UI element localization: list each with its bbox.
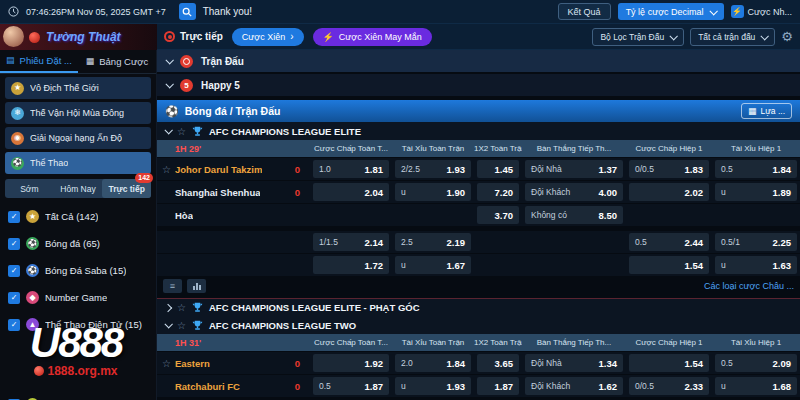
odds-button[interactable]: 0.52.44 [629, 233, 709, 251]
tab-bang-cuoc[interactable]: ▦ Bảng Cược [78, 50, 156, 73]
accordion-tran-dau[interactable]: Trận Đấu [157, 50, 800, 72]
stats-button[interactable] [187, 279, 206, 293]
odds-value: 2.33 [685, 381, 704, 392]
commentary-banner[interactable]: Tường Thuật [0, 24, 157, 50]
tab-phieu-dat[interactable]: ▤ Phiếu Đặt ... [0, 50, 78, 73]
odds-column-header: Cược Chấp Toàn T... [310, 144, 392, 153]
odds-button[interactable]: Đội Khách4.00 [525, 183, 623, 201]
quick-bet-toggle[interactable]: ⚡ Cược Nh... [731, 5, 792, 18]
odds-button[interactable]: Đội Nhà1.34 [525, 354, 623, 372]
odds-button[interactable]: Đội Khách1.62 [525, 377, 623, 395]
odds-value: 2.14 [365, 237, 384, 248]
league-header[interactable]: ☆ AFC CHAMPIONS LEAGUE TWO [157, 316, 800, 334]
parlay-button[interactable]: Cược Xiên › [232, 28, 304, 46]
odds-button[interactable]: Đội Nhà1.37 [525, 160, 623, 178]
odds-value: 1.81 [365, 164, 384, 175]
odds-button[interactable]: 2.04 [313, 183, 389, 201]
odds-button[interactable]: u1.89 [715, 183, 797, 201]
team-name: Hòa [175, 210, 193, 221]
odds-button[interactable]: u1.63 [715, 256, 797, 274]
sidebar-item-label: Thế Vận Hội Mùa Đông [30, 108, 124, 118]
lucky-parlay-button[interactable]: ⚡ Cược Xiên May Mắn [313, 28, 432, 46]
favorite-star-icon[interactable]: ☆ [177, 320, 186, 331]
odds-column-header: Cược Chấp Hiệp 1 [626, 144, 712, 153]
all-matches-dropdown[interactable]: Tất cả trận đấu [690, 28, 775, 46]
sidebar-item[interactable]: ⚽Thể Thao [5, 152, 151, 174]
team-name: Eastern [175, 358, 210, 369]
time-tab[interactable]: Sớm [5, 179, 54, 198]
odds-cell: Đội Khách1.62 [522, 375, 626, 397]
odds-button[interactable]: 2/2.51.93 [395, 160, 471, 178]
league-select-button[interactable]: ▦ Lựa ... [741, 103, 792, 119]
handicap-label: u [401, 260, 406, 270]
sport-filter-item[interactable]: ✓▲Thể Thao Điện Tử (15) [0, 311, 156, 338]
odds-button[interactable]: 0.5/12.25 [715, 233, 797, 251]
sidebar-item[interactable]: ★Vô Địch Thế Giới [5, 77, 151, 99]
odds-button[interactable]: 2.01.84 [395, 354, 471, 372]
odds-cell: 1.87 [474, 375, 522, 397]
odds-button[interactable]: 2.52.19 [395, 233, 471, 251]
league-header[interactable]: ☆ AFC CHAMPIONS LEAGUE ELITE - PHẠT GÓC [157, 298, 800, 316]
sport-filter-item[interactable]: ✓◆Number Game [0, 284, 156, 311]
odds-button[interactable]: 1.92 [313, 354, 389, 372]
favorite-star-icon[interactable]: ☆ [177, 302, 186, 313]
odds-button[interactable]: 0.52.09 [715, 354, 797, 372]
odds-button[interactable]: 0/0.52.33 [629, 377, 709, 395]
odds-button[interactable]: u1.93 [395, 377, 471, 395]
odds-button[interactable]: 3.65 [477, 354, 519, 372]
checkbox[interactable]: ✓ [8, 238, 20, 250]
sport-filter-item[interactable]: ✓⚽Bóng Đá Saba (15) [0, 257, 156, 284]
settings-gear-icon[interactable]: ⚙ [781, 30, 793, 43]
odds-button[interactable]: 1.01.81 [313, 160, 389, 178]
results-button[interactable]: Kết Quả [558, 3, 611, 20]
sidebar-item[interactable]: ◉Giải Ngoại hạng Ấn Độ [5, 127, 151, 149]
favorite-star-icon[interactable]: ☆ [162, 358, 171, 369]
checkbox[interactable]: ✓ [8, 211, 20, 223]
sidebar-item[interactable]: ❄Thế Vận Hội Mùa Đông [5, 102, 151, 124]
time-tab-label: Trực tiếp [108, 184, 144, 194]
sport-filter-item[interactable]: ✓●Quần vợt (16) [0, 391, 156, 400]
sport-filter-item[interactable]: ✓★Tất Cả (142) [0, 203, 156, 230]
league-section-phat-goc: ☆ AFC CHAMPIONS LEAGUE ELITE - PHẠT GÓC [157, 298, 800, 316]
sport-filter-item[interactable]: ✓⚽Bóng đá (65) [0, 230, 156, 257]
odds-button[interactable]: 0/0.51.83 [629, 160, 709, 178]
odds-button[interactable]: u1.67 [395, 256, 471, 274]
favorite-star-icon[interactable]: ☆ [162, 164, 171, 175]
odds-button[interactable]: u1.68 [715, 377, 797, 395]
time-tab[interactable]: Trực tiếp142 [102, 179, 151, 198]
odds-button[interactable]: 0.51.84 [715, 160, 797, 178]
odds-button[interactable]: 1.54 [629, 354, 709, 372]
checkbox[interactable]: ✓ [8, 319, 20, 331]
sidebar-item-label: Giải Ngoại hạng Ấn Độ [30, 133, 122, 143]
match-row: 1.72u1.671.54u1.63 [157, 254, 800, 276]
team-name: Ratchaburi FC [175, 381, 240, 392]
favorite-star-icon[interactable]: ☆ [177, 126, 186, 137]
search-button[interactable] [179, 3, 196, 20]
odds-button[interactable]: 0.51.87 [313, 377, 389, 395]
handicap-label: 0.5 [635, 237, 647, 247]
accordion-happy5[interactable]: 5 Happy 5 [157, 74, 800, 96]
odds-button[interactable]: 1.45 [477, 160, 519, 178]
team-name: Johor Darul Takzim [175, 164, 262, 175]
more-markets-button[interactable]: ≡ [163, 279, 182, 293]
odds-button[interactable]: 2.02 [629, 183, 709, 201]
odds-button[interactable]: Không có8.50 [525, 206, 623, 224]
odds-button[interactable]: 1.72 [313, 256, 389, 274]
india-league-icon: ◉ [11, 132, 24, 145]
match-filter-dropdown[interactable]: Bộ Lọc Trận Đấu [592, 28, 684, 46]
odds-button[interactable]: 1.87 [477, 377, 519, 395]
odds-button[interactable]: 7.20 [477, 183, 519, 201]
european-bets-link[interactable]: Các loại cược Châu ... [704, 281, 794, 291]
soccer-icon: ⚽ [26, 237, 39, 250]
odds-button[interactable]: u1.90 [395, 183, 471, 201]
chevron-right-icon: › [290, 31, 293, 42]
odds-button[interactable]: 1.54 [629, 256, 709, 274]
odds-format-dropdown[interactable]: Tỷ lệ cược Decimal [618, 3, 724, 20]
league-header[interactable]: ☆ AFC CHAMPIONS LEAGUE ELITE [157, 122, 800, 140]
odds-button[interactable]: 3.70 [477, 206, 519, 224]
odds-cell: 1.72 [310, 254, 392, 276]
checkbox[interactable]: ✓ [8, 292, 20, 304]
odds-button[interactable]: 1/1.52.14 [313, 233, 389, 251]
time-tab[interactable]: Hôm Nay [54, 179, 103, 198]
checkbox[interactable]: ✓ [8, 265, 20, 277]
